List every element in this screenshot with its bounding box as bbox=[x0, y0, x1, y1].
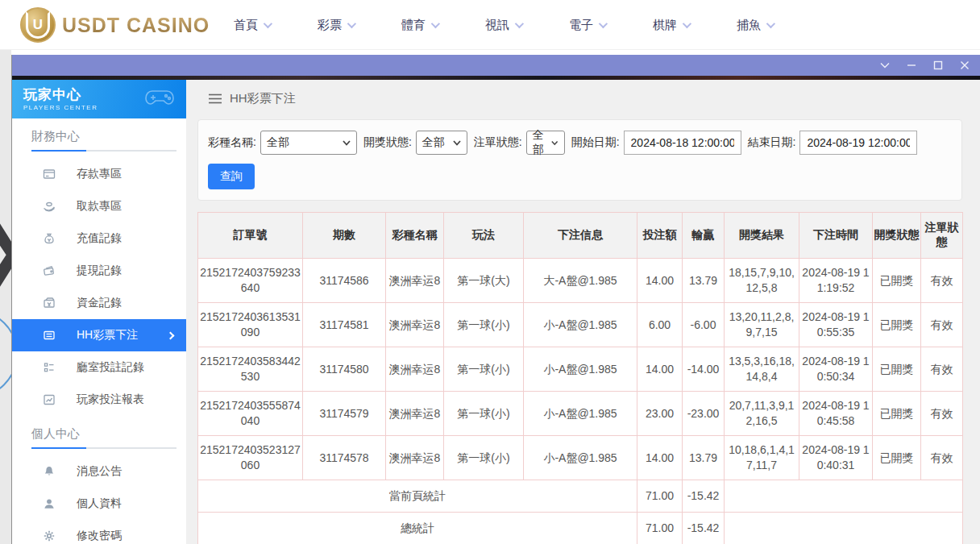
table-cell: 2024-08-19 10:55:35 bbox=[799, 303, 873, 347]
close-icon[interactable] bbox=[959, 60, 970, 71]
table-cell: 已開獎 bbox=[873, 436, 921, 480]
table-footer-row-page: 當前頁統計 71.00 -15.42 bbox=[198, 480, 963, 513]
main-menu: 首頁 彩票 體育 視訊 電子 棋牌 捕魚 bbox=[234, 0, 773, 50]
col-header-bet-time: 下注時間 bbox=[799, 213, 873, 259]
table-cell: 澳洲幸运8 bbox=[386, 303, 444, 347]
table-cell: 大-A盤@1.985 bbox=[524, 259, 637, 303]
col-header-win-loss: 輸贏 bbox=[683, 213, 725, 259]
table-cell: 18,15,7,9,10,12,5,8 bbox=[725, 259, 799, 303]
maximize-icon[interactable] bbox=[932, 60, 944, 71]
col-header-bet-amount: 投注額 bbox=[637, 213, 683, 259]
deposit-icon bbox=[43, 168, 56, 181]
table-cell: 31174586 bbox=[303, 259, 386, 303]
nav-label: 電子 bbox=[569, 18, 593, 33]
table-cell: 第一球(小) bbox=[444, 303, 524, 347]
sidebar-item-change-password[interactable]: 修改密碼 bbox=[12, 520, 186, 544]
col-header-issue: 期數 bbox=[303, 213, 386, 259]
window-titlebar[interactable] bbox=[12, 55, 980, 76]
table-cell: 2152172403583442530 bbox=[198, 347, 303, 392]
hamburger-icon[interactable] bbox=[209, 93, 222, 104]
sidebar-item-withdraw-zone[interactable]: 取款專區 bbox=[12, 190, 186, 222]
table-cell: 有效 bbox=[921, 303, 963, 347]
end-date-input[interactable] bbox=[799, 131, 917, 155]
gamepad-icon bbox=[144, 86, 175, 110]
nav-item-home[interactable]: 首頁 bbox=[234, 18, 270, 33]
nav-label: 視訊 bbox=[485, 18, 509, 33]
table-cell: 13.79 bbox=[683, 259, 725, 303]
nav-label: 體育 bbox=[401, 18, 426, 33]
sidebar-item-label: HH彩票下注 bbox=[77, 328, 138, 343]
table-cell: 20,7,11,3,9,12,16,5 bbox=[725, 392, 799, 436]
minimize-icon[interactable] bbox=[906, 60, 917, 71]
sidebar-item-announcements[interactable]: 消息公告 bbox=[12, 455, 186, 488]
chevron-down-icon bbox=[343, 140, 351, 146]
sidebar-item-profile[interactable]: 個人資料 bbox=[12, 488, 186, 520]
logo-coin-icon: U bbox=[20, 7, 56, 43]
start-date-input[interactable] bbox=[624, 131, 741, 155]
col-header-bet-info: 下注信息 bbox=[524, 213, 637, 259]
select-value: 全部 bbox=[533, 128, 552, 157]
section-divider bbox=[31, 447, 176, 449]
footer-winloss-total: -15.42 bbox=[683, 513, 725, 544]
desktop-background: X 玩家中心 PLAYERS CENTER bbox=[0, 50, 980, 544]
sidebar-item-deposit-zone[interactable]: 存款專區 bbox=[12, 158, 186, 190]
table-cell: 已開獎 bbox=[873, 303, 921, 347]
footer-winloss-total: -15.42 bbox=[683, 480, 725, 513]
table-cell: 2152172403759233640 bbox=[198, 259, 303, 303]
chevron-down-icon[interactable] bbox=[879, 60, 891, 71]
order-status-select[interactable]: 全部 bbox=[526, 131, 565, 155]
sidebar-item-recharge-record[interactable]: 充值記錄 bbox=[12, 222, 186, 255]
sidebar-item-label: 取款專區 bbox=[77, 199, 122, 214]
col-header-order-status: 注單狀態 bbox=[921, 213, 963, 259]
nav-label: 棋牌 bbox=[653, 18, 677, 33]
chevron-down-icon bbox=[453, 140, 461, 146]
player-center-window: 玩家中心 PLAYERS CENTER 財務中心 存款專區 取款專區 bbox=[11, 55, 980, 544]
table-cell: 13.79 bbox=[683, 436, 725, 480]
nav-item-fishing[interactable]: 捕魚 bbox=[737, 18, 773, 33]
order-status-label: 注單狀態: bbox=[474, 135, 522, 150]
nav-item-slots[interactable]: 電子 bbox=[569, 18, 605, 33]
background-circle-decoration bbox=[0, 309, 11, 398]
nav-label: 捕魚 bbox=[737, 18, 761, 33]
table-cell: 31174578 bbox=[303, 436, 386, 480]
table-cell: 有效 bbox=[921, 436, 963, 480]
footer-empty bbox=[725, 513, 963, 544]
main-content: HH彩票下注 彩種名稱: 全部 開獎狀態: 全部 bbox=[186, 80, 980, 544]
table-cell: 小-A盤@1.985 bbox=[524, 303, 637, 347]
page-title: HH彩票下注 bbox=[230, 91, 296, 106]
table-row: 215217240361353109031174581澳洲幸运8第一球(小)小-… bbox=[198, 303, 963, 347]
lottery-name-select[interactable]: 全部 bbox=[260, 131, 357, 155]
table-cell: 第一球(小) bbox=[444, 392, 524, 436]
table-cell: 有效 bbox=[921, 347, 963, 392]
top-navbar: U USDT CASINO 首頁 彩票 體育 視訊 電子 棋牌 捕魚 bbox=[0, 0, 980, 50]
sidebar-item-hh-lottery-bet[interactable]: HH彩票下注 bbox=[12, 319, 186, 351]
lottery-name-label: 彩種名稱: bbox=[208, 135, 256, 150]
table-cell: -6.00 bbox=[683, 303, 725, 347]
end-date-label: 結束日期: bbox=[748, 135, 796, 150]
table-cell: 31174581 bbox=[303, 303, 386, 347]
brand-logo[interactable]: U USDT CASINO bbox=[20, 7, 210, 43]
withdraw-record-icon bbox=[43, 264, 56, 277]
search-button[interactable]: 查詢 bbox=[208, 164, 255, 189]
table-cell: 2152172403613531090 bbox=[198, 303, 303, 347]
table-cell: -14.00 bbox=[683, 347, 725, 392]
col-header-play-type: 玩法 bbox=[444, 213, 524, 259]
nav-item-live[interactable]: 視訊 bbox=[485, 18, 521, 33]
nav-item-lottery[interactable]: 彩票 bbox=[318, 18, 354, 33]
sidebar-item-label: 存款專區 bbox=[77, 167, 122, 181]
footer-label: 當前頁統計 bbox=[198, 480, 637, 513]
table-cell: 31174580 bbox=[303, 347, 386, 392]
nav-item-sports[interactable]: 體育 bbox=[401, 18, 438, 33]
sidebar-item-player-bet-report[interactable]: 玩家投注報表 bbox=[12, 384, 186, 416]
nav-item-cards[interactable]: 棋牌 bbox=[653, 18, 689, 33]
sidebar-item-room-bet-record[interactable]: 廳室投註記錄 bbox=[12, 351, 186, 384]
table-row: 215217240358344253031174580澳洲幸运8第一球(小)小-… bbox=[198, 347, 963, 392]
start-date-label: 開始日期: bbox=[571, 135, 620, 150]
sidebar-item-withdrawal-record[interactable]: 提現記錄 bbox=[12, 255, 186, 287]
sidebar-item-fund-record[interactable]: 資金記錄 bbox=[12, 287, 186, 319]
table-cell: 31174579 bbox=[303, 392, 386, 436]
sidebar-item-label: 提現記錄 bbox=[77, 264, 122, 278]
draw-status-select[interactable]: 全部 bbox=[416, 131, 467, 155]
table-cell: 23.00 bbox=[637, 392, 683, 436]
col-header-draw-status: 開獎狀態 bbox=[873, 213, 921, 259]
